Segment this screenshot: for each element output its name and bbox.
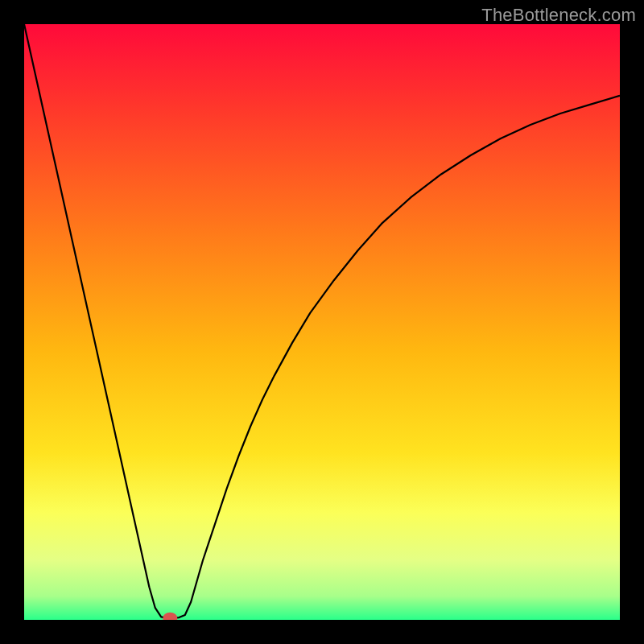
watermark-text: TheBottleneck.com bbox=[481, 5, 636, 26]
chart-area bbox=[24, 24, 620, 620]
chart-background bbox=[24, 24, 620, 620]
bottleneck-chart-svg bbox=[24, 24, 620, 620]
